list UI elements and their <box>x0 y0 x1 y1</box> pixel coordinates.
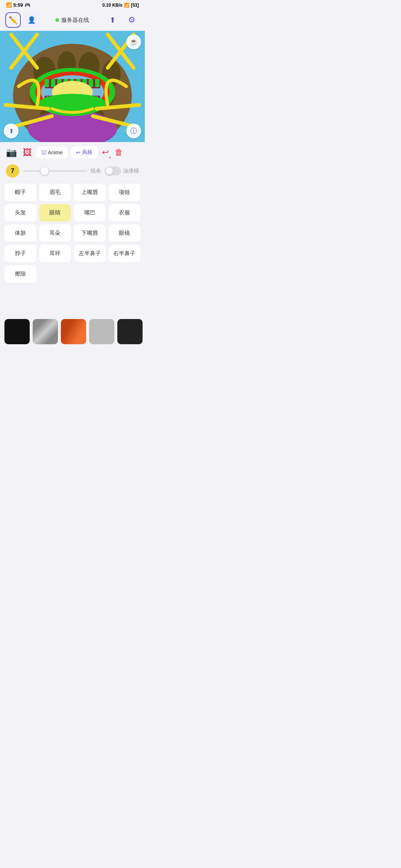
signal-icon: 📶 <box>6 2 12 8</box>
profile-button[interactable]: 👤 <box>24 12 39 28</box>
camera-button[interactable]: 📷 <box>4 146 19 159</box>
app-status-icon: 🎮 <box>25 2 30 8</box>
settings-button[interactable]: ⚙ <box>124 12 140 28</box>
tag-necklace[interactable]: 项链 <box>109 184 141 201</box>
status-left: 📶 5:59 🎮 <box>6 2 30 8</box>
coffee-icon: ☕ <box>130 38 138 46</box>
edit-icon: ✏️ <box>9 16 18 24</box>
svg-rect-24 <box>95 79 100 87</box>
share-button[interactable]: ⬆ <box>105 12 120 28</box>
tag-eyebrow[interactable]: 眉毛 <box>39 184 71 201</box>
paint-toggle[interactable] <box>105 167 121 175</box>
style-thumb-dark[interactable] <box>117 319 143 344</box>
wifi-icon: 📶 <box>124 3 130 8</box>
tag-erase[interactable]: 擦除 <box>4 265 36 283</box>
tag-mouth[interactable]: 嘴巴 <box>74 204 106 221</box>
status-bar: 📶 5:59 🎮 0.10 KB/s 📶 [53] <box>0 0 145 9</box>
header-center: 服务器在线 <box>43 17 101 24</box>
trash-icon: 🗑 <box>115 148 123 157</box>
tag-hat[interactable]: 帽子 <box>4 184 36 201</box>
undo-icon: ↩ <box>102 148 109 157</box>
upload-icon: ⬆ <box>9 128 14 135</box>
toolbar: 📷 🖼 ☑ Anime ↩ 风格 ↩ 0 🗑 <box>0 142 145 163</box>
style-thumb-silver[interactable] <box>89 319 114 344</box>
tag-glasses[interactable]: 眼镜 <box>109 224 141 242</box>
slider-row: 7 线条 油漆桶 <box>0 163 145 181</box>
share-icon: ⬆ <box>110 16 116 24</box>
style-button[interactable]: ↩ 风格 <box>71 146 98 159</box>
paint-label: 油漆桶 <box>123 168 139 174</box>
canvas-area[interactable]: ☕ ⬆ ⓘ <box>0 31 145 142</box>
edit-button[interactable]: ✏️ <box>5 12 21 28</box>
header: ✏️ 👤 服务器在线 ⬆ ⚙ <box>0 9 145 31</box>
time: 5:59 <box>13 2 23 8</box>
battery-indicator: [53] <box>131 3 139 8</box>
undo-count: 0 <box>109 156 111 160</box>
style-thumb-black[interactable] <box>4 319 30 344</box>
style-thumb-gray[interactable] <box>33 319 58 344</box>
paint-toggle-row: 油漆桶 <box>105 167 139 175</box>
coffee-button[interactable]: ☕ <box>126 34 141 49</box>
tag-left-nose[interactable]: 左半鼻子 <box>74 245 106 262</box>
style-row: ₵ <box>0 315 145 348</box>
brush-slider[interactable] <box>23 170 87 172</box>
profile-icon: 👤 <box>27 16 36 24</box>
server-status-label: 服务器在线 <box>61 17 89 24</box>
style-label: 风格 <box>82 149 92 156</box>
tag-earring[interactable]: 耳环 <box>39 245 71 262</box>
tag-clothes[interactable]: 衣服 <box>109 204 141 221</box>
tag-eye[interactable]: 眼睛 <box>39 204 71 221</box>
header-right: ⬆ ⚙ <box>105 12 140 28</box>
tag-hair[interactable]: 头发 <box>4 204 36 221</box>
server-online-dot <box>55 18 59 22</box>
toggle-knob <box>105 167 113 175</box>
tag-ear[interactable]: 耳朵 <box>39 224 71 242</box>
style-thumb-orange[interactable] <box>61 319 86 344</box>
info-icon: ⓘ <box>130 126 137 135</box>
brush-size-indicator: 7 <box>6 164 19 178</box>
delete-button[interactable]: 🗑 <box>113 146 124 159</box>
image-icon: 🖼 <box>23 147 32 157</box>
style-undo-icon: ↩ <box>76 149 81 155</box>
tag-grid: 帽子 眉毛 上嘴唇 项链 头发 眼睛 嘴巴 衣服 体肤 耳朵 下嘴唇 眼镜 脖子… <box>0 181 145 286</box>
info-button[interactable]: ⓘ <box>126 124 141 138</box>
undo-button[interactable]: ↩ 0 <box>101 146 110 159</box>
anime-button[interactable]: ☑ Anime <box>36 147 68 158</box>
header-left: ✏️ 👤 <box>5 12 39 28</box>
tag-lower-lip[interactable]: 下嘴唇 <box>74 224 106 242</box>
tag-right-nose[interactable]: 右半鼻子 <box>109 245 141 262</box>
line-label: 线条 <box>91 168 101 174</box>
image-button[interactable]: 🖼 <box>22 146 33 159</box>
anime-label: Anime <box>48 149 63 155</box>
spacer <box>0 286 145 315</box>
speed-indicator: 0.10 KB/s <box>102 3 123 8</box>
tag-neck[interactable]: 脖子 <box>4 245 36 262</box>
checkbox-icon: ☑ <box>42 149 46 155</box>
tag-skin[interactable]: 体肤 <box>4 224 36 242</box>
upload-button[interactable]: ⬆ <box>4 124 19 138</box>
status-right: 0.10 KB/s 📶 [53] <box>102 3 139 8</box>
svg-rect-16 <box>45 79 49 87</box>
drawing-canvas[interactable] <box>0 31 145 142</box>
svg-rect-17 <box>51 79 55 87</box>
settings-icon: ⚙ <box>128 15 136 25</box>
tag-upper-lip[interactable]: 上嘴唇 <box>74 184 106 201</box>
camera-icon: 📷 <box>6 147 17 157</box>
